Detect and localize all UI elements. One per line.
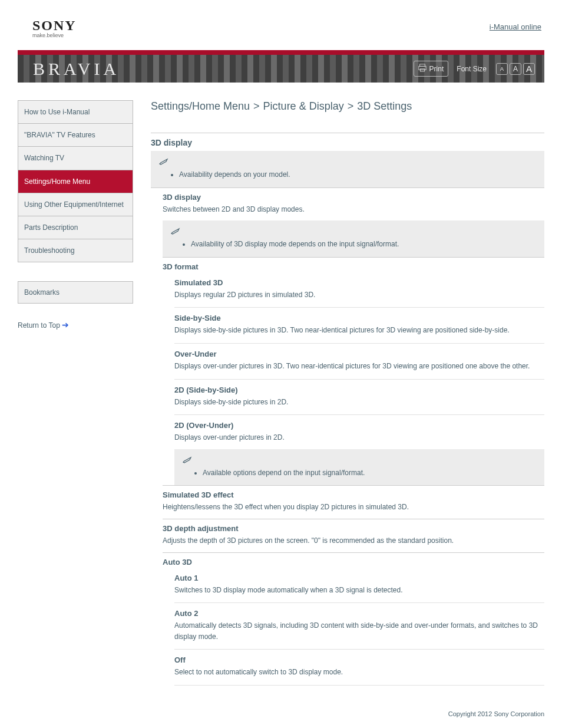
note-box: Availability of 3D display mode depends … [163,220,544,257]
opt-sim3d-effect-title: Simulated 3D effect [163,486,544,502]
font-size-large[interactable]: A [523,63,535,75]
nav-item-bravia-features[interactable]: "BRAVIA" TV Features [18,124,133,147]
sidebar: How to Use i-Manual "BRAVIA" TV Features… [18,100,133,687]
auto3d-off-title: Off [174,651,544,667]
logo-brand: SONY [32,18,85,34]
fmt-2dsbs-desc: Displays side-by-side pictures in 2D. [174,397,544,414]
banner: BRAVIA Print Font Size A A A [18,50,544,83]
fmt-ou-title: Over-Under [174,345,544,361]
bravia-logo: BRAVIA [33,59,120,79]
print-button[interactable]: Print [414,61,449,77]
note-text: Availability depends on your model. [179,169,536,180]
section-title-3d-display: 3D display [151,133,544,151]
fmt-ou-desc: Displays over-under pictures in 3D. Two … [174,361,544,378]
opt-3d-format-title: 3D format [163,258,544,274]
nav: How to Use i-Manual "BRAVIA" TV Features… [18,100,133,262]
return-to-top-label: Return to Top [18,321,60,330]
auto3d-auto2-desc: Automatically detects 3D signals, includ… [174,620,544,648]
fmt-sim3d-desc: Displays regular 2D pictures in simulate… [174,289,544,307]
note-icon [183,456,193,465]
auto3d-auto2-title: Auto 2 [174,604,544,620]
nav-item-parts-description[interactable]: Parts Description [18,216,133,239]
return-to-top[interactable]: Return to Top ➔ [18,320,133,330]
fmt-sbs-desc: Displays side-by-side pictures in 3D. Tw… [174,325,544,342]
svg-rect-0 [419,64,425,67]
nav-item-how-to-use[interactable]: How to Use i-Manual [18,101,133,124]
auto3d-auto1-title: Auto 1 [174,569,544,585]
nav-item-watching-tv[interactable]: Watching TV [18,147,133,170]
nav-item-other-equipment[interactable]: Using Other Equipment/Internet [18,193,133,216]
imanual-link[interactable]: i-Manual online [490,22,541,31]
auto3d-auto1-desc: Switches to 3D display mode automaticall… [174,585,544,602]
crumb-1: Settings/Home Menu [151,100,250,112]
top-bar: SONY make.believe i-Manual online [0,0,562,50]
font-size-label: Font Size [457,65,487,73]
note-box: Available options depend on the input si… [174,449,544,486]
svg-rect-1 [418,66,425,70]
content: Settings/Home Menu>Picture & Display>3D … [151,100,544,687]
bookmarks-button[interactable]: Bookmarks [18,281,133,304]
font-size-medium[interactable]: A [510,63,521,75]
auto3d-off-desc: Select to not automatically switch to 3D… [174,667,544,684]
print-label: Print [429,65,444,73]
note-box: Availability depends on your model. [151,151,544,187]
fmt-sim3d-title: Simulated 3D [174,274,544,289]
nav-item-settings-home[interactable]: Settings/Home Menu [18,170,133,193]
crumb-3: 3D Settings [357,100,412,112]
arrow-right-icon: ➔ [62,320,69,330]
note-text: Available options depend on the input si… [203,467,536,479]
print-icon [418,64,427,74]
font-size-small[interactable]: A [496,63,508,75]
opt-sim3d-effect-desc: Heightens/lessens the 3D effect when you… [163,502,544,519]
fmt-2dou-title: 2D (Over-Under) [174,416,544,432]
fmt-2dou-desc: Displays over-under pictures in 2D. [174,432,544,449]
note-text: Availability of 3D display mode depends … [191,239,536,250]
sony-logo: SONY make.believe [32,18,85,38]
opt-depth-desc: Adjusts the depth of 3D pictures on the … [163,535,544,552]
note-icon [171,228,181,236]
breadcrumb: Settings/Home Menu>Picture & Display>3D … [151,100,544,113]
fmt-sbs-title: Side-by-Side [174,309,544,325]
copyright: Copyright 2012 Sony Corporation [0,710,544,717]
opt-3d-display-desc: Switches between 2D and 3D display modes… [163,204,544,221]
fmt-2dsbs-title: 2D (Side-by-Side) [174,381,544,397]
note-icon [159,158,170,167]
opt-auto3d-title: Auto 3D [163,553,544,569]
logo-tagline: make.believe [32,32,85,38]
opt-3d-display-title: 3D display [163,188,544,204]
nav-item-troubleshooting[interactable]: Troubleshooting [18,239,133,262]
opt-depth-title: 3D depth adjustment [163,519,544,535]
crumb-2: Picture & Display [263,100,344,112]
